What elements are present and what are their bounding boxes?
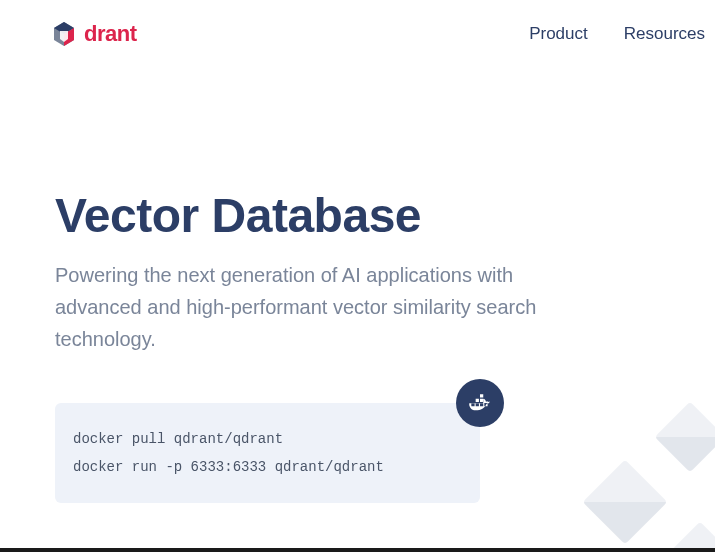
hero-subtitle: Powering the next generation of AI appli…: [55, 259, 575, 355]
nav-resources[interactable]: Resources: [624, 24, 705, 44]
nav: Product Resources: [529, 24, 705, 44]
hero-title: Vector Database: [55, 188, 715, 243]
bottom-bar: [0, 548, 715, 552]
qdrant-logo-icon: [50, 20, 78, 48]
code-line-2: docker run -p 6333:6333 qdrant/qdrant: [73, 453, 462, 481]
header: drant Product Resources: [0, 0, 715, 68]
nav-product[interactable]: Product: [529, 24, 588, 44]
docker-icon: [456, 379, 504, 427]
code-section: docker pull qdrant/qdrant docker run -p …: [55, 403, 480, 503]
code-block: docker pull qdrant/qdrant docker run -p …: [55, 403, 480, 503]
logo[interactable]: drant: [50, 20, 137, 48]
logo-text: drant: [84, 21, 137, 47]
code-line-1: docker pull qdrant/qdrant: [73, 425, 462, 453]
background-cubes: [555, 392, 715, 552]
